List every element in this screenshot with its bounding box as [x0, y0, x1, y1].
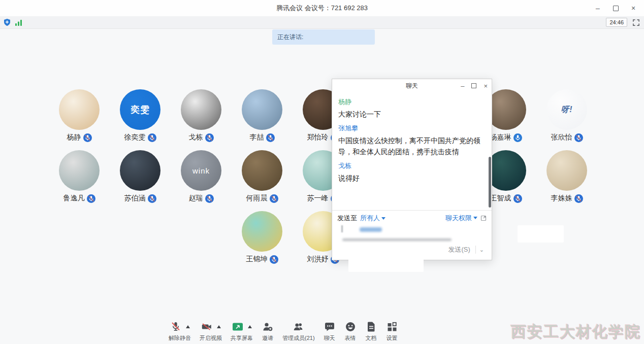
- chevron-down-icon: [381, 217, 385, 220]
- toolbar-button[interactable]: 管理成员(21): [282, 320, 315, 342]
- chat-titlebar[interactable]: 聊天 – ×: [332, 79, 492, 92]
- mic-status-icon: [148, 194, 156, 203]
- chat-message-sender: 张旭攀: [338, 124, 486, 133]
- fullscreen-icon[interactable]: [632, 19, 640, 26]
- toolbar-button[interactable]: 聊天: [324, 320, 336, 342]
- participant-name-row: 杨嘉琳: [490, 133, 522, 142]
- send-button[interactable]: 发送(S): [443, 244, 475, 256]
- toolbar-button[interactable]: 共享屏幕: [231, 320, 253, 342]
- network-signal-icon[interactable]: [15, 19, 22, 26]
- participant-tile[interactable]: 戈栋: [171, 89, 232, 146]
- participant-tile[interactable]: 奕雯 徐奕雯: [110, 89, 171, 146]
- topbar-left: [3, 16, 22, 28]
- participant-tile[interactable]: 李喆: [232, 89, 293, 146]
- toolbar-icon-row: [232, 320, 252, 334]
- participant-tile[interactable]: 杨静: [49, 89, 110, 146]
- document-icon: [365, 321, 377, 333]
- toolbar-button-label: 解除静音: [169, 334, 191, 342]
- participant-avatar: 奕雯: [120, 89, 160, 130]
- toolbar-button[interactable]: 表情: [344, 320, 357, 342]
- toolbar-button-label: 聊天: [324, 334, 335, 342]
- chat-icon: [324, 321, 336, 333]
- toolbar-icon-row: [386, 320, 398, 334]
- toolbar-icon-row: [324, 320, 336, 334]
- chat-message-text: 说得好: [338, 173, 486, 184]
- toolbar-icon-row: [170, 320, 190, 334]
- chat-permission-dropdown[interactable]: 聊天权限: [445, 214, 487, 223]
- participant-name: 徐奕雯: [124, 133, 146, 142]
- participant-name: 王智成: [490, 194, 511, 203]
- mic-status-icon: [270, 194, 278, 203]
- participant-tile[interactable]: 李姝姝: [536, 150, 597, 207]
- mic-status-icon: [513, 194, 522, 203]
- toolbar-icon-row: [201, 320, 221, 334]
- invite-icon: [262, 321, 274, 333]
- speaking-banner-label: 正在讲话:: [277, 33, 303, 41]
- participant-name-row: 王智成: [490, 194, 522, 203]
- send-options-chevron-icon[interactable]: ⌄: [476, 247, 488, 253]
- close-button[interactable]: ×: [627, 2, 640, 14]
- toolbar-button[interactable]: 设置: [386, 320, 398, 342]
- participant-name: 郑怡玲: [307, 133, 329, 142]
- participant-tile[interactable]: 苏伯涵: [110, 150, 171, 207]
- caret-up-icon[interactable]: [248, 325, 252, 328]
- participant-name-row: 鲁逸凡: [63, 194, 95, 203]
- send-to-label: 发送至: [337, 214, 357, 223]
- minimize-button[interactable]: –: [591, 2, 604, 14]
- chat-message-text: 大家讨论一下: [338, 109, 486, 120]
- toolbar-button[interactable]: 文档: [365, 320, 377, 342]
- toolbar-icon-row: [365, 320, 377, 334]
- toolbar-button[interactable]: 开启视频: [200, 320, 222, 342]
- participant-tile[interactable]: 鲁逸凡: [49, 150, 110, 207]
- chat-close-button[interactable]: ×: [484, 83, 488, 89]
- toolbar-button-label: 共享屏幕: [231, 334, 253, 342]
- toolbar-button-label: 管理成员(21): [282, 334, 315, 342]
- popout-icon[interactable]: [480, 215, 487, 221]
- chat-send-row: 发送(S) ⌄: [443, 244, 488, 256]
- caret-up-icon[interactable]: [217, 325, 221, 328]
- participant-avatar: [546, 150, 587, 191]
- toolbar-button[interactable]: 解除静音: [169, 320, 191, 342]
- security-shield-icon[interactable]: [3, 18, 11, 26]
- chat-window-controls: – ×: [461, 79, 488, 92]
- chat-message-list[interactable]: 杨静 大家讨论一下 张旭攀 中国疫情这么快控制，离不开中国共产党的领导，和全体人…: [332, 92, 492, 210]
- participant-avatar: [242, 150, 282, 191]
- participant-tile[interactable]: wink 赵瑞: [171, 150, 232, 207]
- mic-status-icon: [148, 133, 156, 142]
- participant-name: 杨嘉琳: [490, 133, 511, 142]
- participant-tile[interactable]: 王锦坤: [232, 211, 293, 268]
- chat-message: 杨静 大家讨论一下: [338, 97, 486, 120]
- mic-status-icon: [205, 133, 214, 142]
- toolbar-button[interactable]: 邀请: [262, 320, 274, 342]
- participant-tile[interactable]: 呀! 张欣怡: [536, 89, 597, 146]
- chat-maximize-button[interactable]: [471, 83, 476, 89]
- participant-name: 王锦坤: [246, 255, 268, 264]
- participant-name: 杨静: [67, 133, 81, 142]
- chat-message-sender: 戈栋: [338, 161, 486, 170]
- redaction-box: [518, 225, 564, 243]
- mic-status-icon: [270, 255, 278, 264]
- participant-name: 苏一峰: [307, 194, 329, 203]
- share-screen-icon: [232, 321, 244, 333]
- chat-input[interactable]: [332, 226, 492, 245]
- toolbar-button-label: 表情: [345, 334, 356, 342]
- camera-off-icon: [201, 321, 213, 333]
- chat-minimize-button[interactable]: –: [461, 83, 464, 89]
- mic-status-icon: [266, 133, 275, 142]
- caret-up-icon[interactable]: [186, 325, 190, 328]
- participant-name-row: 张欣怡: [551, 133, 583, 142]
- emoji-icon: [344, 321, 357, 333]
- participant-name-row: 王锦坤: [246, 255, 278, 264]
- toolbar-button-label: 开启视频: [200, 334, 222, 342]
- window-controls: – ×: [591, 0, 640, 16]
- participant-avatar: [59, 89, 100, 130]
- participant-avatar: [181, 89, 221, 130]
- redaction-box: [348, 257, 424, 272]
- participant-avatar: [59, 150, 100, 191]
- maximize-button[interactable]: [609, 2, 622, 14]
- send-to-dropdown[interactable]: 所有人: [360, 214, 385, 223]
- speaking-banner: 正在讲话:: [272, 29, 375, 45]
- mic-off-icon: [170, 321, 182, 333]
- chat-scrollbar[interactable]: [489, 157, 491, 208]
- participant-tile[interactable]: 何雨晨: [232, 150, 293, 207]
